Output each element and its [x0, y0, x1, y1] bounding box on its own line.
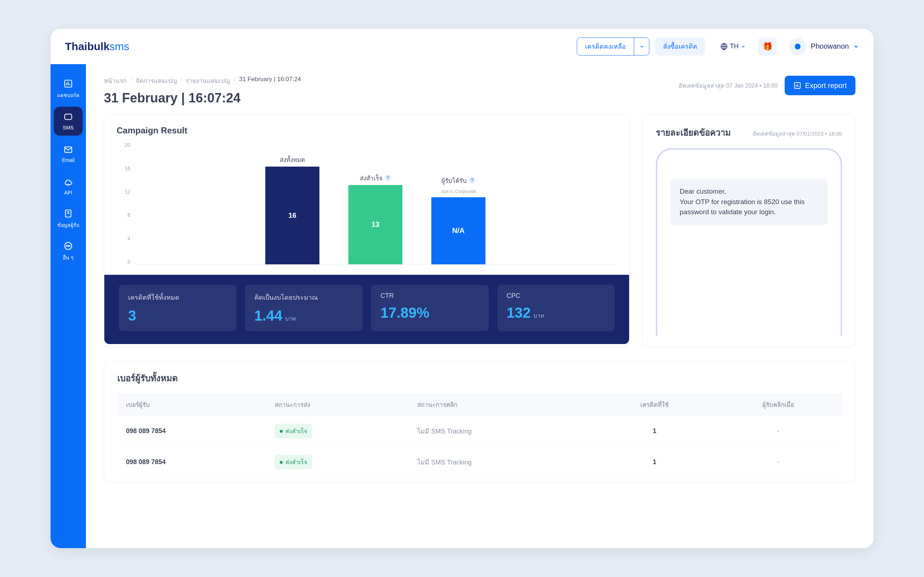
page-title: 31 February | 16:07:24 [104, 90, 301, 106]
chevron-down-icon [853, 44, 859, 49]
cell-click-status: ไม่มี SMS Tracking [409, 447, 595, 478]
metric-card: CPC 132บาท [498, 285, 615, 331]
gift-button[interactable]: 🎁 [758, 37, 777, 56]
language-label: TH [730, 43, 738, 50]
language-switcher[interactable]: TH [720, 43, 746, 50]
status-badge: ส่งสำเร็จ [275, 455, 312, 469]
sidebar-item-email[interactable]: Email [54, 139, 82, 168]
metric-label: เครดิตที่ใช้ทั้งหมด [128, 292, 227, 303]
metric-card: CTR 17.89% [371, 285, 489, 331]
cell-credit: 1 [595, 416, 714, 447]
bar-sublabel: เฉพาะ Corporate [441, 187, 476, 195]
metric-card: เครดิตที่ใช้ทั้งหมด 3 [119, 285, 236, 331]
y-tick: 0 [128, 259, 130, 265]
cell-send-status: ส่งสำเร็จ [266, 416, 409, 447]
table-header: เบอร์ผู้รับ [117, 393, 266, 416]
bar: N/A [431, 197, 485, 264]
breadcrumb-current: 31 February | 16:07:24 [239, 76, 301, 85]
bar-column: ส่งสำเร็จ?13 [345, 142, 406, 264]
sidebar-item-label: อื่น ๆ [63, 253, 74, 261]
metric-label: คิดเป็นงบโดยประมาณ [254, 292, 353, 303]
recipients-table-title: เบอร์ผู้รับทั้งหมด [117, 371, 842, 385]
message-icon [63, 112, 74, 122]
table-row: 098 089 7854 ส่งสำเร็จ ไม่มี SMS Trackin… [117, 447, 842, 478]
y-tick: 16 [124, 166, 130, 171]
sidebar-item-label: API [64, 190, 73, 195]
sidebar-item-sms[interactable]: SMS [54, 107, 82, 135]
sidebar-item-label: SMS [63, 125, 74, 131]
user-menu[interactable]: Phoowanon [789, 38, 859, 55]
bar-column: ส่งทั้งหมด16 [262, 142, 323, 264]
credit-remaining-button[interactable]: เครดิตคงเหลือ [577, 37, 649, 56]
message-bubble: Dear customer,Your OTP for registration … [670, 179, 828, 226]
metric-label: CTR [380, 292, 479, 300]
bar: 16 [265, 167, 320, 264]
bar-label: ผู้รับได้รับ? [441, 176, 475, 185]
bar-label: ส่งทั้งหมด [280, 155, 305, 164]
bar: 13 [348, 185, 402, 264]
breadcrumb-link[interactable]: หน้าแรก [104, 76, 127, 85]
sidebar-item-label: ข้อมูลผู้รับ [57, 221, 79, 229]
cloud-icon [63, 177, 74, 187]
sidebar-item-dashboard[interactable]: แดชบอร์ด [54, 74, 82, 103]
help-icon[interactable]: ? [469, 177, 475, 184]
sidebar-item-api[interactable]: API [54, 172, 82, 200]
breadcrumb: หน้าแรก/จัดการแคมเปญ/รายงานแคมเปญ/31 Feb… [104, 76, 301, 85]
table-header: เครดิตที่ใช้ [595, 393, 714, 416]
logo-primary: Thaibulk [65, 40, 109, 53]
main-content: หน้าแรก/จัดการแคมเปญ/รายงานแคมเปญ/31 Feb… [86, 64, 874, 548]
chart-icon [793, 82, 801, 89]
sidebar-item-recipients[interactable]: ข้อมูลผู้รับ [54, 204, 82, 233]
status-badge: ส่งสำเร็จ [275, 424, 312, 438]
chart-bars: ส่งทั้งหมด16ส่งสำเร็จ?13ผู้รับได้รับ?เฉพ… [134, 142, 617, 265]
campaign-result-card: Campaign Result 201612840 ส่งทั้งหมด16ส่… [104, 114, 630, 347]
breadcrumb-link[interactable]: จัดการแคมเปญ [136, 76, 177, 85]
credit-remaining-label: เครดิตคงเหลือ [577, 38, 634, 55]
table-header: สถานะการคลิก [409, 393, 595, 416]
chevron-down-icon [741, 44, 746, 49]
gift-icon: 🎁 [762, 42, 772, 51]
contact-icon [63, 208, 74, 219]
globe-icon [720, 43, 728, 50]
header-actions: เครดิตคงเหลือ สั่งซื้อเครดิต TH 🎁 Phoowa… [577, 37, 859, 56]
svg-point-8 [69, 246, 70, 246]
y-tick: 12 [124, 189, 130, 195]
buy-credit-button[interactable]: สั่งซื้อเครดิต [655, 37, 705, 56]
metric-value: 1.44บาท [254, 308, 353, 324]
help-icon[interactable]: ? [385, 174, 391, 181]
metric-label: CPC [507, 292, 606, 300]
mail-icon [63, 144, 74, 155]
metrics-strip: เครดิตที่ใช้ทั้งหมด 3คิดเป็นงบโดยประมาณ … [104, 275, 629, 344]
metric-value: 17.89% [380, 305, 479, 321]
table-header: ผู้รับคลิกเมื่อ [714, 393, 842, 416]
chart-icon [63, 78, 74, 89]
sidebar-item-label: แดชบอร์ด [57, 91, 79, 99]
more-icon [63, 240, 74, 251]
metric-value: 132บาท [507, 305, 606, 321]
recipients-table: เบอร์ผู้รับสถานะการส่งสถานะการคลิกเครดิต… [117, 393, 842, 478]
sidebar-item-more[interactable]: อื่น ๆ [54, 237, 82, 266]
breadcrumb-link[interactable]: รายงานแคมเปญ [186, 76, 230, 85]
chart-y-axis: 201612840 [116, 142, 134, 265]
phone-preview: Dear customer,Your OTP for registration … [656, 148, 842, 336]
export-report-button[interactable]: Export report [785, 76, 855, 95]
metric-value: 3 [128, 308, 227, 324]
bar-column: ผู้รับได้รับ?เฉพาะ CorporateN/A [428, 142, 489, 264]
y-tick: 8 [128, 212, 130, 218]
cell-clicked-at: - [714, 447, 842, 478]
recipients-table-card: เบอร์ผู้รับทั้งหมด เบอร์ผู้รับสถานะการส่… [104, 360, 855, 482]
header: Thaibulksms เครดิตคงเหลือ สั่งซื้อเครดิต… [50, 29, 874, 64]
svg-point-7 [68, 246, 69, 246]
updated-text: อัพเดตข้อมูลล่าสุด 07 Jan 2024 • 18:00 [678, 81, 777, 90]
app-window: Thaibulksms เครดิตคงเหลือ สั่งซื้อเครดิต… [50, 29, 874, 548]
username-label: Phoowanon [811, 42, 849, 50]
credit-remaining-caret[interactable] [634, 38, 649, 55]
metric-card: คิดเป็นงบโดยประมาณ 1.44บาท [245, 285, 363, 331]
export-report-label: Export report [805, 82, 847, 90]
cell-send-status: ส่งสำเร็จ [266, 447, 409, 478]
avatar [789, 38, 806, 55]
page-topbar: หน้าแรก/จัดการแคมเปญ/รายงานแคมเปญ/31 Feb… [104, 76, 855, 106]
sidebar-item-label: Email [62, 157, 74, 163]
bar-label: ส่งสำเร็จ? [360, 173, 391, 183]
table-row: 098 089 7854 ส่งสำเร็จ ไม่มี SMS Trackin… [117, 416, 842, 447]
